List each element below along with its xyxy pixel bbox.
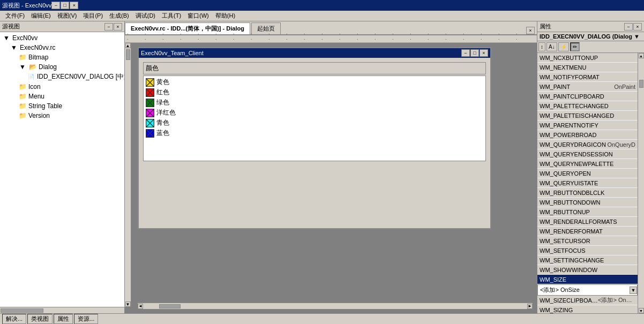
- menu-window[interactable]: 窗口(W): [184, 11, 212, 21]
- tree-item-string-table[interactable]: 📁 String Table: [1, 101, 123, 111]
- menu-view[interactable]: 视图(V): [54, 11, 80, 21]
- tree-item-label: Icon: [28, 83, 41, 91]
- props-item[interactable]: WM_SIZING: [537, 305, 638, 313]
- hscroll-thumb[interactable]: [159, 304, 181, 308]
- hscroll-right-btn[interactable]: ►: [527, 304, 533, 309]
- props-alpha-btn[interactable]: A↓: [546, 42, 557, 51]
- props-item[interactable]: WM_QUERYDRAGICONOnQueryD: [537, 140, 638, 149]
- color-icon: [146, 119, 154, 127]
- dialog-win-close[interactable]: ×: [480, 49, 488, 57]
- tree-item-rc[interactable]: ▼ ExecN0vv.rc: [1, 43, 123, 52]
- menu-debug[interactable]: 调试(D): [132, 11, 159, 21]
- right-panel-title-text: 属性: [540, 22, 551, 31]
- props-item[interactable]: WM_PAINTOnPaint: [537, 82, 638, 92]
- props-dropdown[interactable]: <添加> OnSize▼: [537, 284, 638, 296]
- props-subtitle-row: IDD_EXECN0VV_DIALOG (Dialog ▼: [537, 32, 644, 41]
- tree-item-icon[interactable]: 📁 Icon: [1, 82, 123, 92]
- menu-edit[interactable]: 编辑(E): [28, 11, 54, 21]
- props-item[interactable]: WM_QUERYENDSESSION: [537, 149, 638, 159]
- props-item[interactable]: WM_QUERYOPEN: [537, 169, 638, 178]
- props-item-name: WM_RENDERALLFORMATS: [540, 218, 635, 225]
- props-item[interactable]: WM_PALETTECHANGED: [537, 101, 638, 111]
- props-scroll-down[interactable]: ▼: [639, 308, 644, 313]
- status-item-resources[interactable]: 资源...: [74, 314, 98, 324]
- menu-help[interactable]: 帮助(H): [212, 11, 238, 21]
- left-panel-pin[interactable]: ×: [114, 23, 122, 31]
- tree-item-label: Version: [28, 112, 50, 119]
- vscroll-thumb[interactable]: [126, 49, 130, 60]
- list-item[interactable]: 红色: [145, 87, 484, 97]
- app-title-bar: 源视图 - ExecN0vv − □ ×: [0, 0, 644, 11]
- props-item[interactable]: WM_NEXTMENU: [537, 63, 638, 72]
- right-panel-title: 属性 − ×: [537, 21, 644, 32]
- dialog-list: 黄色 红色 绿色 洋红色 青色 蓝色: [143, 76, 486, 161]
- right-panel-pin[interactable]: ×: [633, 23, 642, 31]
- list-item[interactable]: 蓝色: [145, 128, 484, 138]
- props-item[interactable]: WM_SETCURSOR: [537, 236, 638, 246]
- props-item[interactable]: WM_QUERYNEWPALETTE: [537, 159, 638, 169]
- props-item[interactable]: WM_QUERYUISTATE: [537, 178, 638, 188]
- left-panel-title-buttons: − ×: [104, 23, 122, 31]
- menu-build[interactable]: 生成(B): [106, 11, 132, 21]
- props-item[interactable]: WM_SIZECLIPBOARD<添加> OnSize: [537, 296, 638, 305]
- status-item-classview[interactable]: 类视图: [27, 314, 53, 324]
- left-panel: 源视图 − × ▼ ExcN0vv ▼ ExecN0vv.rc: [0, 21, 125, 313]
- props-item[interactable]: WM_RBUTTONDOWN: [537, 198, 638, 207]
- vscroll-down-btn[interactable]: ▼: [125, 302, 131, 307]
- dialog-list-header: 颜色: [143, 62, 486, 74]
- list-item[interactable]: 洋红色: [145, 108, 484, 118]
- file-icon: 📄: [27, 73, 35, 81]
- list-item-text: 洋红色: [156, 108, 176, 117]
- props-item[interactable]: WM_NCXBUTTONUP: [537, 53, 638, 63]
- right-panel-minimize[interactable]: −: [624, 23, 633, 31]
- app-close-btn[interactable]: ×: [70, 2, 78, 9]
- props-item[interactable]: WM_PAINTCLIPBOARD: [537, 92, 638, 101]
- list-item[interactable]: 青色: [145, 118, 484, 128]
- list-item-text: 绿色: [156, 98, 169, 107]
- hscroll-left-btn[interactable]: ◄: [138, 304, 143, 309]
- tree-item-dialog[interactable]: ▼ 📂 Dialog: [1, 62, 123, 72]
- props-item-name: WM_RENDERFORMAT: [540, 228, 635, 235]
- menu-tools[interactable]: 工具(T): [159, 11, 184, 21]
- props-scroll-thumb[interactable]: [639, 80, 643, 88]
- tree-item-menu[interactable]: 📁 Menu: [1, 92, 123, 101]
- props-item[interactable]: WM_RENDERFORMAT: [537, 227, 638, 236]
- tree-item-version[interactable]: 📁 Version: [1, 111, 123, 120]
- props-item[interactable]: WM_PALETTEISCHANGED: [537, 111, 638, 120]
- vscroll-up-btn[interactable]: ▲: [125, 43, 131, 48]
- props-item[interactable]: WM_RBUTTONUP: [537, 207, 638, 217]
- dialog-win-maximize[interactable]: □: [470, 49, 479, 57]
- props-event-btn[interactable]: ⚡: [558, 42, 569, 51]
- color-icon: [146, 78, 154, 87]
- props-item[interactable]: WM_SETTINGCHANGE: [537, 255, 638, 265]
- list-item[interactable]: 绿色: [145, 97, 484, 108]
- status-item-props[interactable]: 属性: [54, 314, 73, 324]
- app-maximize-btn[interactable]: □: [61, 2, 69, 9]
- props-item[interactable]: WM_SETFOCUS: [537, 246, 638, 255]
- props-dropdown-arrow[interactable]: ▼: [630, 287, 637, 294]
- app-minimize-btn[interactable]: −: [51, 2, 60, 9]
- tree-item-root[interactable]: ▼ ExcN0vv: [1, 33, 123, 43]
- props-item-name: WM_RBUTTONDOWN: [540, 199, 635, 206]
- left-panel-minimize[interactable]: −: [104, 23, 113, 31]
- menu-file[interactable]: 文件(F): [2, 11, 28, 21]
- list-item[interactable]: 黄色: [145, 77, 484, 87]
- tree-item-dialog-resource[interactable]: 📄 IDD_EXECN0VV_DIALOG [中文(简体: [1, 72, 123, 82]
- tree-item-bitmap[interactable]: 📁 Bitmap: [1, 52, 123, 62]
- color-icon: [146, 99, 154, 107]
- props-item[interactable]: WM_NOTIFYFORMAT: [537, 72, 638, 82]
- props-edit-btn[interactable]: ✏: [570, 42, 580, 51]
- props-item[interactable]: WM_RENDERALLFORMATS: [537, 217, 638, 227]
- props-item[interactable]: WM_PARENTNOTIFY: [537, 120, 638, 130]
- props-sort-btn[interactable]: ↕: [538, 42, 545, 51]
- status-item-resolve[interactable]: 解决...: [2, 314, 26, 324]
- props-item[interactable]: WM_RBUTTONDBLCLK: [537, 188, 638, 198]
- props-item-name: WM_QUERYENDSESSION: [540, 151, 635, 157]
- props-scroll-up[interactable]: ▲: [639, 53, 644, 58]
- props-item-name: WM_QUERYUISTATE: [540, 180, 635, 186]
- dialog-win-minimize[interactable]: −: [461, 49, 470, 57]
- props-item[interactable]: WM_SHOWWINDOW: [537, 265, 638, 275]
- props-item[interactable]: WM_POWERBROAD: [537, 130, 638, 140]
- props-item[interactable]: WM_SIZE: [537, 275, 638, 284]
- menu-project[interactable]: 项目(P): [80, 11, 106, 21]
